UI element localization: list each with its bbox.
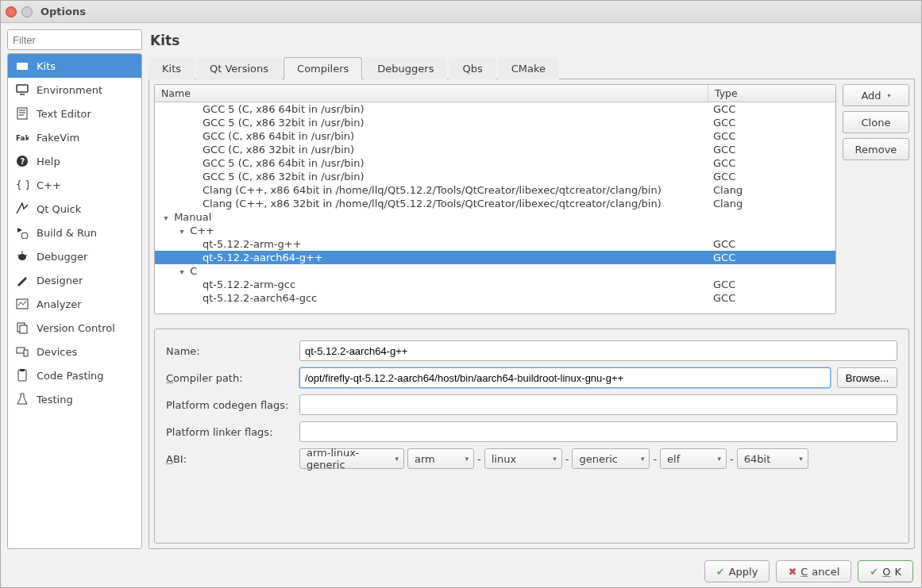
name-input[interactable]	[299, 340, 897, 361]
sidebar-item-build-run[interactable]: Build & Run	[8, 221, 141, 244]
tab-qt-versions[interactable]: Qt Versions	[196, 57, 282, 79]
compiler-path-input[interactable]	[299, 367, 831, 388]
window-close-icon[interactable]	[6, 6, 17, 17]
compiler-type: Clang	[710, 198, 835, 209]
compiler-row[interactable]: GCC 5 (C, x86 32bit in /usr/bin)GCC	[155, 170, 835, 183]
tab-kits[interactable]: Kits	[149, 57, 195, 79]
compiler-type: Clang	[710, 184, 835, 196]
column-header-type[interactable]: Type	[708, 85, 835, 102]
expander-icon[interactable]: ▾	[161, 213, 171, 222]
remove-button[interactable]: Remove	[843, 138, 909, 160]
compiler-type: GCC	[710, 117, 835, 129]
compiler-type: GCC	[710, 238, 835, 250]
x-icon: ✖	[788, 566, 797, 578]
apply-button[interactable]: ✔Apply	[704, 560, 770, 582]
sidebar-item-label: Analyzer	[37, 298, 82, 310]
sidebar-item-help[interactable]: ?Help	[8, 149, 141, 173]
sidebar-item-label: Help	[37, 156, 60, 167]
braces-icon: { }	[16, 179, 29, 191]
titlebar: Options	[1, 1, 921, 23]
clone-button[interactable]: Clone	[843, 111, 909, 133]
compiler-name: qt-5.12.2-arm-gcc	[203, 279, 295, 290]
linker-input[interactable]	[299, 421, 897, 442]
sidebar-item-debugger[interactable]: Debugger	[8, 244, 141, 268]
compiler-row[interactable]: qt-5.12.2-arm-g++GCC	[155, 237, 835, 251]
compiler-name: qt-5.12.2-aarch64-g++	[203, 252, 323, 263]
compiler-row[interactable]: ▾ C	[155, 264, 835, 278]
compiler-row[interactable]: qt-5.12.2-aarch64-gccGCC	[155, 291, 835, 305]
buildrun-icon	[16, 226, 29, 239]
sidebar-item-text-editor[interactable]: Text Editor	[8, 102, 141, 125]
tab-cmake[interactable]: CMake	[498, 57, 559, 79]
sidebar-item-kits[interactable]: Kits	[8, 54, 141, 78]
compiler-row[interactable]: GCC 5 (C, x86 64bit in /usr/bin)GCC	[155, 102, 835, 116]
svg-text:{ }: { }	[16, 179, 29, 190]
compiler-row[interactable]: GCC 5 (C, x86 64bit in /usr/bin)GCC	[155, 156, 835, 170]
sidebar-item-label: Version Control	[37, 322, 115, 334]
abi-flavor-combo[interactable]: generic	[572, 448, 650, 469]
compiler-tree: Name Type GCC 5 (C, x86 64bit in /usr/bi…	[154, 84, 836, 314]
window-minimize-icon[interactable]	[21, 6, 33, 17]
compiler-row[interactable]: Clang (C++, x86 32bit in /home/llq/Qt5.1…	[155, 197, 835, 210]
tab-compilers[interactable]: Compilers	[284, 57, 362, 79]
linker-label: Platform linker flags:	[166, 426, 293, 438]
sidebar-item-code-pasting[interactable]: Code Pasting	[8, 363, 141, 387]
devices-icon	[16, 345, 29, 358]
expander-icon[interactable]: ▾	[177, 267, 187, 276]
compiler-row[interactable]: GCC (C, x86 32bit in /usr/bin)GCC	[155, 143, 835, 156]
browse-button[interactable]: Browse...	[837, 367, 897, 388]
tab-debuggers[interactable]: Debuggers	[364, 57, 447, 79]
sidebar-item-analyzer[interactable]: Analyzer	[8, 292, 141, 316]
compiler-name: GCC 5 (C, x86 64bit in /usr/bin)	[203, 103, 364, 115]
cancel-button[interactable]: ✖Cancel	[776, 560, 851, 582]
abi-label: ABI:	[166, 453, 293, 465]
sidebar-item-testing[interactable]: Testing	[8, 387, 141, 411]
sidebar-item-label: FakeVim	[37, 132, 79, 144]
sidebar-item-fakevim[interactable]: FakeFakeVim	[8, 125, 141, 149]
compiler-row[interactable]: GCC (C, x86 64bit in /usr/bin)GCC	[155, 129, 835, 143]
svg-rect-4	[17, 108, 27, 119]
compiler-row[interactable]: GCC 5 (C, x86 32bit in /usr/bin)GCC	[155, 116, 835, 129]
sidebar-item-environment[interactable]: Environment	[8, 78, 141, 102]
abi-format-combo[interactable]: elf	[660, 448, 727, 469]
svg-text:Fake: Fake	[16, 134, 29, 142]
compiler-row[interactable]: ▾ C++	[155, 224, 835, 237]
tab-bar: KitsQt VersionsCompilersDebuggersQbsCMak…	[149, 56, 915, 79]
window-title: Options	[41, 6, 86, 17]
compiler-row[interactable]: ▾ Manual	[155, 210, 835, 224]
sidebar-item-label: Text Editor	[37, 108, 91, 120]
abi-os-combo[interactable]: linux	[484, 448, 562, 469]
sidebar-item-designer[interactable]: Designer	[8, 268, 141, 292]
tab-qbs[interactable]: Qbs	[449, 57, 496, 79]
abi-width-combo[interactable]: 64bit	[737, 448, 808, 469]
compiler-row[interactable]: qt-5.12.2-arm-gccGCC	[155, 278, 835, 291]
texteditor-icon	[16, 107, 29, 120]
compiler-name: GCC (C, x86 32bit in /usr/bin)	[203, 144, 354, 156]
compiler-type: GCC	[710, 279, 835, 290]
sidebar-item-label: Build & Run	[37, 227, 97, 239]
abi-preset-combo[interactable]: arm-linux-generic	[299, 448, 404, 469]
compiler-name: GCC 5 (C, x86 32bit in /usr/bin)	[203, 117, 364, 129]
abi-arch-combo[interactable]: arm	[407, 448, 474, 469]
check-icon: ✔	[870, 566, 878, 578]
sidebar-item-version-control[interactable]: Version Control	[8, 316, 141, 340]
codegen-input[interactable]	[299, 394, 897, 415]
column-header-name[interactable]: Name	[155, 85, 708, 102]
sidebar-item-label: Code Pasting	[37, 370, 104, 382]
compiler-tree-body[interactable]: GCC 5 (C, x86 64bit in /usr/bin)GCC GCC …	[155, 102, 835, 313]
ok-button[interactable]: ✔OK	[858, 560, 913, 582]
analyzer-icon	[16, 298, 29, 310]
compiler-name: C++	[187, 225, 214, 236]
filter-input[interactable]	[7, 29, 142, 50]
fakevim-icon: Fake	[16, 131, 29, 144]
add-button[interactable]: Add▾	[843, 84, 909, 106]
sidebar-item-c-[interactable]: { }C++	[8, 173, 141, 197]
sidebar-item-devices[interactable]: Devices	[8, 340, 141, 363]
compiler-row[interactable]: Clang (C++, x86 64bit in /home/llq/Qt5.1…	[155, 183, 835, 197]
sidebar-item-qt-quick[interactable]: Qt Quick	[8, 197, 141, 221]
compiler-type: GCC	[710, 157, 835, 169]
expander-icon[interactable]: ▾	[177, 227, 187, 236]
name-label: Name:	[166, 345, 293, 357]
compiler-row[interactable]: qt-5.12.2-aarch64-g++GCC	[155, 251, 835, 264]
compiler-path-label: Compiler path:	[166, 372, 293, 384]
